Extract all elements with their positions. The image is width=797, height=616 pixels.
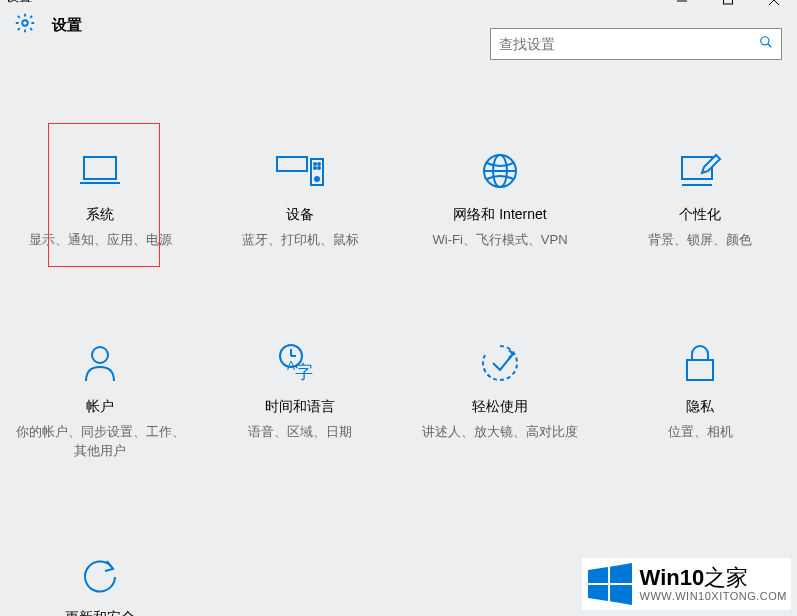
svg-point-14 [314, 167, 316, 169]
pen-icon [678, 148, 722, 194]
tile-time-language[interactable]: 字 A 时间和语言 语音、区域、日期 [200, 340, 400, 461]
svg-marker-30 [588, 585, 608, 601]
tile-desc: 你的帐户、同步设置、工作、其他用户 [0, 422, 200, 461]
watermark-url: WWW.WIN10XITONG.COM [640, 590, 787, 602]
svg-line-3 [769, 0, 779, 5]
tile-desc: Wi-Fi、飞行模式、VPN [422, 230, 577, 250]
svg-line-6 [768, 44, 772, 48]
tile-desc: 显示、通知、应用、电源 [19, 230, 182, 250]
tile-title: 设备 [286, 206, 314, 224]
tile-title: 个性化 [679, 206, 721, 224]
search-box[interactable] [490, 28, 782, 60]
minimize-button[interactable] [659, 0, 705, 8]
svg-point-15 [318, 167, 320, 169]
gear-icon [14, 12, 36, 38]
svg-point-21 [92, 347, 108, 363]
tile-title: 帐户 [86, 398, 114, 416]
titlebar-text: 设置 [6, 0, 32, 6]
windows-logo-icon [586, 560, 634, 608]
watermark: Win10之家 WWW.WIN10XITONG.COM [582, 558, 791, 610]
svg-point-11 [315, 177, 319, 181]
tile-accounts[interactable]: 帐户 你的帐户、同步设置、工作、其他用户 [0, 340, 200, 461]
close-button[interactable] [751, 0, 797, 8]
tile-title: 时间和语言 [265, 398, 335, 416]
tile-desc: 语音、区域、日期 [238, 422, 362, 442]
app-title: 设置 [52, 16, 82, 35]
laptop-icon [78, 148, 122, 194]
svg-point-4 [22, 20, 28, 26]
tile-ease-of-access[interactable]: 轻松使用 讲述人、放大镜、高对比度 [400, 340, 600, 461]
titlebar: 设置 [0, 0, 797, 8]
devices-icon [275, 148, 325, 194]
watermark-brand: Win10之家 [640, 566, 787, 590]
globe-icon [480, 148, 520, 194]
svg-rect-27 [687, 360, 713, 380]
tile-desc: 背景、锁屏、颜色 [638, 230, 762, 250]
person-icon [82, 340, 118, 386]
update-icon [79, 551, 121, 597]
tile-update-security[interactable]: 更新和安全 [0, 551, 200, 617]
svg-line-2 [769, 0, 779, 5]
tile-desc: 蓝牙、打印机、鼠标 [232, 230, 369, 250]
tile-privacy[interactable]: 隐私 位置、相机 [600, 340, 797, 461]
svg-text:A: A [287, 359, 295, 373]
time-lang-icon: 字 A [277, 340, 323, 386]
tile-desc: 位置、相机 [658, 422, 743, 442]
tile-network[interactable]: 网络和 Internet Wi-Fi、飞行模式、VPN [400, 148, 600, 250]
tile-desc: 讲述人、放大镜、高对比度 [412, 422, 588, 442]
svg-rect-9 [277, 157, 307, 171]
tile-system[interactable]: 系统 显示、通知、应用、电源 [0, 148, 200, 250]
svg-rect-1 [724, 0, 733, 4]
tile-personalization[interactable]: 个性化 背景、锁屏、颜色 [600, 148, 797, 250]
window-controls [659, 0, 797, 8]
maximize-button[interactable] [705, 0, 751, 8]
tile-devices[interactable]: 设备 蓝牙、打印机、鼠标 [200, 148, 400, 250]
tile-title: 网络和 Internet [453, 206, 546, 224]
svg-point-5 [761, 37, 769, 45]
search-input[interactable] [499, 36, 759, 52]
ease-icon [479, 340, 521, 386]
svg-point-12 [314, 163, 316, 165]
tile-title: 轻松使用 [472, 398, 528, 416]
tile-title: 系统 [86, 206, 114, 224]
settings-grid: 系统 显示、通知、应用、电源 设备 蓝牙、打印机、鼠标 网络和 Internet [0, 48, 797, 616]
svg-marker-29 [610, 563, 632, 583]
svg-rect-7 [84, 157, 116, 179]
svg-marker-31 [610, 585, 632, 605]
lock-icon [683, 340, 717, 386]
svg-point-13 [318, 163, 320, 165]
svg-marker-28 [588, 567, 608, 583]
search-icon [759, 35, 773, 53]
tile-title: 隐私 [686, 398, 714, 416]
svg-text:字: 字 [295, 362, 313, 382]
tile-title: 更新和安全 [65, 609, 135, 617]
